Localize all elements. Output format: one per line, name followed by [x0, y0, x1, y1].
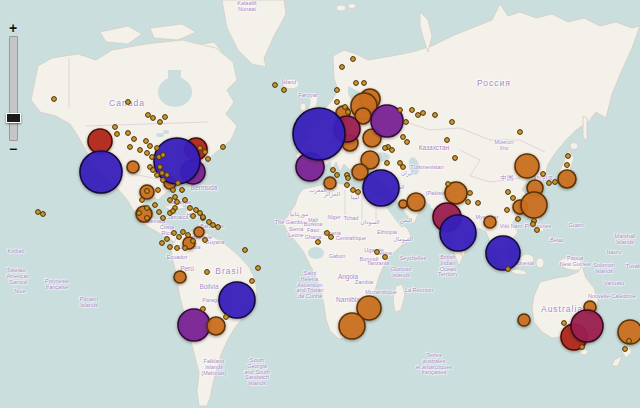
data-bubble-marker[interactable] — [515, 154, 539, 178]
data-bubble-marker[interactable] — [219, 282, 255, 318]
data-point-marker[interactable] — [466, 200, 471, 205]
data-point-marker[interactable] — [351, 188, 356, 193]
data-point-marker[interactable] — [205, 270, 210, 275]
data-bubble-marker[interactable] — [339, 313, 365, 339]
data-point-marker[interactable] — [180, 188, 185, 193]
data-point-marker[interactable] — [531, 222, 536, 227]
data-point-marker[interactable] — [203, 238, 208, 243]
data-point-marker[interactable] — [256, 266, 261, 271]
data-point-marker[interactable] — [137, 211, 142, 216]
data-point-marker[interactable] — [158, 120, 163, 125]
data-point-marker[interactable] — [211, 223, 216, 228]
data-point-marker[interactable] — [566, 154, 571, 159]
data-point-marker[interactable] — [144, 139, 149, 144]
data-point-marker[interactable] — [172, 231, 177, 236]
data-point-marker[interactable] — [181, 230, 186, 235]
data-point-marker[interactable] — [126, 100, 131, 105]
data-point-marker[interactable] — [157, 210, 162, 215]
data-point-marker[interactable] — [203, 150, 208, 155]
data-point-marker[interactable] — [405, 140, 410, 145]
data-point-marker[interactable] — [385, 161, 390, 166]
data-point-marker[interactable] — [516, 217, 521, 222]
data-point-marker[interactable] — [416, 113, 421, 118]
data-point-marker[interactable] — [505, 208, 510, 213]
data-bubble-marker[interactable] — [293, 108, 345, 160]
data-point-marker[interactable] — [565, 163, 570, 168]
data-point-marker[interactable] — [580, 345, 585, 350]
data-point-marker[interactable] — [161, 178, 166, 183]
data-point-marker[interactable] — [175, 246, 180, 251]
data-point-marker[interactable] — [518, 130, 523, 135]
data-point-marker[interactable] — [623, 347, 628, 352]
data-point-marker[interactable] — [343, 105, 348, 110]
data-point-marker[interactable] — [198, 146, 203, 151]
data-point-marker[interactable] — [113, 125, 118, 130]
data-point-marker[interactable] — [201, 307, 206, 312]
zoom-in-button[interactable]: + — [5, 22, 21, 34]
data-point-marker[interactable] — [511, 196, 516, 201]
data-bubble-marker[interactable] — [518, 314, 530, 326]
data-point-marker[interactable] — [160, 241, 165, 246]
data-point-marker[interactable] — [153, 203, 158, 208]
data-point-marker[interactable] — [145, 216, 150, 221]
data-point-marker[interactable] — [165, 173, 170, 178]
data-point-marker[interactable] — [176, 181, 181, 186]
data-point-marker[interactable] — [175, 200, 180, 205]
data-point-marker[interactable] — [146, 113, 151, 118]
data-point-marker[interactable] — [183, 246, 188, 251]
data-point-marker[interactable] — [243, 248, 248, 253]
zoom-slider-track[interactable] — [9, 36, 18, 141]
data-point-marker[interactable] — [421, 111, 426, 116]
data-bubble-marker[interactable] — [407, 193, 425, 211]
data-point-marker[interactable] — [316, 240, 321, 245]
data-point-marker[interactable] — [161, 216, 166, 221]
data-bubble-marker[interactable] — [154, 138, 200, 184]
data-point-marker[interactable] — [148, 144, 153, 149]
data-point-marker[interactable] — [541, 172, 546, 177]
data-point-marker[interactable] — [340, 65, 345, 70]
data-bubble-marker[interactable] — [440, 215, 476, 251]
data-point-marker[interactable] — [468, 191, 473, 196]
data-point-marker[interactable] — [145, 151, 150, 156]
data-point-marker[interactable] — [41, 212, 46, 217]
data-point-marker[interactable] — [168, 198, 173, 203]
data-point-marker[interactable] — [476, 201, 481, 206]
data-point-marker[interactable] — [171, 209, 176, 214]
data-point-marker[interactable] — [115, 132, 120, 137]
data-point-marker[interactable] — [346, 110, 351, 115]
data-point-marker[interactable] — [216, 225, 221, 230]
data-point-marker[interactable] — [335, 173, 340, 178]
data-point-marker[interactable] — [335, 100, 340, 105]
data-point-marker[interactable] — [404, 120, 409, 125]
data-point-marker[interactable] — [140, 198, 145, 203]
data-point-marker[interactable] — [177, 235, 182, 240]
data-point-marker[interactable] — [168, 245, 173, 250]
data-point-marker[interactable] — [398, 161, 403, 166]
data-point-marker[interactable] — [354, 81, 359, 86]
data-point-marker[interactable] — [433, 113, 438, 118]
data-point-marker[interactable] — [325, 231, 330, 236]
data-point-marker[interactable] — [273, 83, 278, 88]
data-point-marker[interactable] — [356, 190, 361, 195]
data-point-marker[interactable] — [383, 146, 388, 151]
data-point-marker[interactable] — [562, 321, 567, 326]
data-point-marker[interactable] — [158, 165, 163, 170]
data-point-marker[interactable] — [506, 267, 511, 272]
data-bubble-marker[interactable] — [194, 227, 204, 237]
zoom-slider-handle[interactable] — [6, 113, 21, 123]
data-point-marker[interactable] — [171, 188, 176, 193]
data-point-marker[interactable] — [351, 57, 356, 62]
data-point-marker[interactable] — [335, 88, 340, 93]
data-point-marker[interactable] — [188, 206, 193, 211]
data-point-marker[interactable] — [138, 148, 143, 153]
data-point-marker[interactable] — [282, 88, 287, 93]
data-point-marker[interactable] — [201, 215, 206, 220]
data-point-marker[interactable] — [410, 108, 415, 113]
data-point-marker[interactable] — [329, 235, 334, 240]
data-bubble-marker[interactable] — [571, 310, 603, 342]
data-point-marker[interactable] — [346, 176, 351, 181]
data-point-marker[interactable] — [186, 233, 191, 238]
world-map[interactable]: KalaallitNunaatCanadaBermudaBahamasJamai… — [0, 0, 640, 408]
data-point-marker[interactable] — [453, 156, 458, 161]
data-bubble-marker[interactable] — [363, 170, 399, 206]
